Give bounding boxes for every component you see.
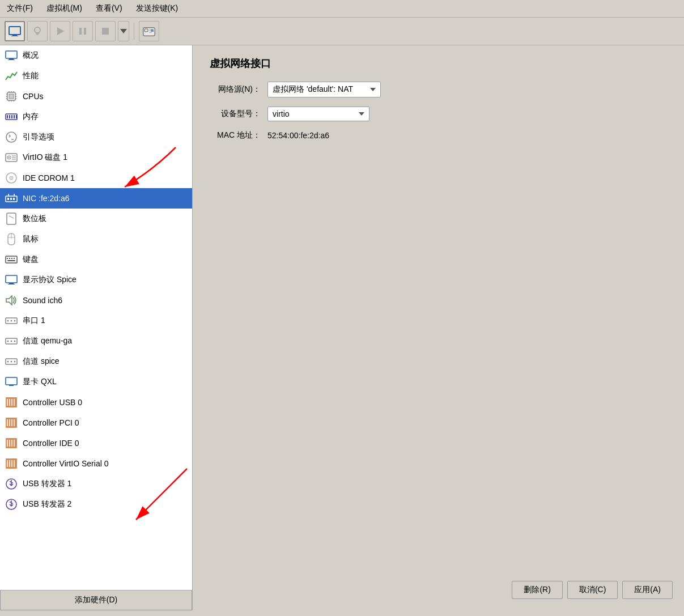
- sidebar-item-mouse[interactable]: 鼠标: [0, 229, 192, 249]
- network-source-value: 虚拟网络 'default': NAT: [273, 84, 353, 95]
- network-source-dropdown[interactable]: 虚拟网络 'default': NAT: [267, 82, 381, 97]
- cdrom-icon: [5, 171, 18, 185]
- sidebar-item-virtio-disk[interactable]: VirtIO 磁盘 1: [0, 147, 192, 168]
- menu-view[interactable]: 查看(V): [94, 2, 125, 15]
- svg-rect-60: [7, 258, 8, 259]
- play-button[interactable]: [50, 21, 70, 41]
- sidebar-item-sound[interactable]: Sound ich6: [0, 290, 192, 311]
- toolbar: [0, 18, 684, 45]
- sound-icon: [5, 294, 18, 307]
- sidebar-item-overview[interactable]: 概况: [0, 45, 192, 66]
- sidebar-label-ctrl-virtio-serial: Controller VirtIO Serial 0: [23, 459, 108, 468]
- sidebar-item-memory[interactable]: 内存: [0, 107, 192, 127]
- sidebar-item-channel-spice[interactable]: 信道 spice: [0, 351, 192, 372]
- svg-rect-55: [7, 213, 16, 224]
- menubar: 文件(F) 虚拟机(M) 查看(V) 发送按键(K): [0, 0, 684, 18]
- ctrl-usb-icon: [5, 396, 18, 409]
- menu-sendkey[interactable]: 发送按键(K): [134, 2, 181, 15]
- sidebar: 概况 性能 CPUs 内存: [0, 45, 193, 590]
- channel-spice-icon: [5, 355, 18, 368]
- sidebar-label-ctrl-ide: Controller IDE 0: [23, 439, 79, 448]
- menu-vm[interactable]: 虚拟机(M): [44, 2, 84, 15]
- svg-rect-51: [10, 198, 12, 200]
- device-model-dropdown-arrow: [359, 112, 364, 116]
- sidebar-item-boot[interactable]: 引导选项: [0, 127, 192, 147]
- sidebar-item-tablet[interactable]: 数位板: [0, 209, 192, 229]
- channel-qemu-icon: [5, 334, 18, 348]
- svg-point-74: [7, 341, 9, 342]
- svg-rect-50: [7, 198, 9, 200]
- svg-marker-4: [57, 27, 64, 35]
- monitor-icon: [9, 26, 21, 36]
- sidebar-item-keyboard[interactable]: 键盘: [0, 249, 192, 270]
- sidebar-label-mouse: 鼠标: [23, 234, 39, 244]
- usb-redir1-icon: [5, 477, 18, 491]
- sidebar-item-performance[interactable]: 性能: [0, 66, 192, 86]
- network-source-control: 虚拟网络 'default': NAT: [267, 82, 381, 97]
- sidebar-label-channel-spice: 信道 spice: [23, 356, 60, 367]
- lightbulb-icon: [32, 26, 43, 37]
- sidebar-label-sound: Sound ich6: [23, 296, 62, 305]
- nic-icon: [5, 192, 18, 205]
- keyboard-icon: [5, 253, 18, 266]
- svg-marker-68: [6, 296, 12, 305]
- svg-rect-14: [149, 32, 152, 33]
- pause-button[interactable]: [73, 21, 93, 41]
- memory-icon: [5, 110, 18, 124]
- add-hardware-button[interactable]: 添加硬件(D): [0, 590, 192, 610]
- light-button[interactable]: [27, 21, 48, 41]
- svg-point-75: [11, 341, 12, 342]
- sidebar-item-cdrom[interactable]: IDE CDROM 1: [0, 168, 192, 188]
- sidebar-item-nic[interactable]: NIC :fe:2d:a6: [0, 188, 192, 209]
- svg-rect-16: [6, 51, 17, 58]
- sidebar-label-keyboard: 键盘: [23, 254, 39, 265]
- stop-button[interactable]: [95, 21, 116, 41]
- device-model-dropdown[interactable]: virtio: [267, 107, 369, 121]
- apply-button[interactable]: 应用(A): [622, 581, 673, 599]
- sidebar-label-overview: 概况: [23, 50, 39, 61]
- ctrl-pci-icon: [5, 416, 18, 430]
- sidebar-item-channel-qemu[interactable]: 信道 qemu-ga: [0, 331, 192, 351]
- sidebar-item-ctrl-usb[interactable]: Controller USB 0: [0, 392, 192, 413]
- svg-rect-65: [6, 275, 17, 283]
- svg-rect-20: [9, 94, 14, 99]
- performance-icon: [5, 69, 18, 83]
- sidebar-label-ctrl-usb: Controller USB 0: [23, 398, 82, 407]
- sidebar-item-serial[interactable]: 串口 1: [0, 311, 192, 331]
- usb-redir2-icon: [5, 498, 18, 511]
- dropdown-button[interactable]: [118, 21, 129, 41]
- sidebar-item-usb-redir2[interactable]: USB 转发器 2: [0, 494, 192, 515]
- svg-marker-8: [120, 29, 127, 33]
- mac-address-label: MAC 地址：: [210, 130, 261, 141]
- sidebar-item-display[interactable]: 显示协议 Spice: [0, 270, 192, 290]
- content-area: 虚拟网络接口 网络源(N)： 虚拟网络 'default': NAT 设备型号：…: [193, 45, 684, 610]
- svg-rect-52: [13, 198, 15, 200]
- sidebar-item-ctrl-pci[interactable]: Controller PCI 0: [0, 413, 192, 433]
- svg-point-76: [14, 341, 16, 342]
- mac-address-row: MAC 地址： 52:54:00:fe:2d:a6: [210, 130, 667, 141]
- delete-button[interactable]: 删除(R): [512, 581, 562, 599]
- sidebar-item-ctrl-virtio-serial[interactable]: Controller VirtIO Serial 0: [0, 453, 192, 474]
- sidebar-item-video-qxl[interactable]: 显卡 QXL: [0, 372, 192, 392]
- svg-rect-7: [102, 28, 109, 35]
- sidebar-label-channel-qemu: 信道 qemu-ga: [23, 336, 72, 346]
- menu-file[interactable]: 文件(F): [5, 2, 35, 15]
- cancel-button[interactable]: 取消(C): [567, 581, 618, 599]
- tablet-icon: [5, 212, 18, 226]
- ctrl-ide-icon: [5, 436, 18, 450]
- svg-rect-36: [11, 115, 12, 118]
- svg-rect-5: [79, 28, 82, 35]
- sidebar-label-tablet: 数位板: [23, 214, 46, 224]
- monitor-button[interactable]: [5, 21, 25, 41]
- svg-rect-66: [9, 283, 14, 284]
- main-layout: 概况 性能 CPUs 内存: [0, 45, 684, 610]
- snapshot-button[interactable]: [139, 21, 159, 41]
- sidebar-item-ctrl-ide[interactable]: Controller IDE 0: [0, 433, 192, 453]
- snapshot-icon: [143, 26, 155, 36]
- sidebar-item-cpus[interactable]: CPUs: [0, 86, 192, 107]
- svg-point-79: [11, 361, 12, 363]
- display-icon: [5, 273, 18, 287]
- boot-icon: [5, 130, 18, 144]
- sidebar-item-usb-redir1[interactable]: USB 转发器 1: [0, 474, 192, 494]
- network-source-row: 网络源(N)： 虚拟网络 'default': NAT: [210, 82, 667, 97]
